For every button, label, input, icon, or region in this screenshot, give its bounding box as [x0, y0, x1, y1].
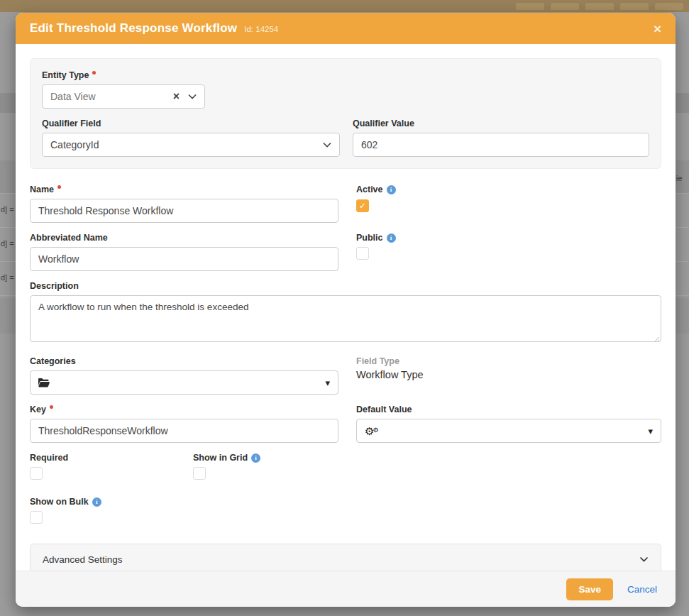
background-text-fragment: d] = [1, 205, 16, 214]
qualifier-field-value: CategoryId [50, 139, 323, 150]
qualifier-value-label: Qualifier Value [353, 119, 649, 128]
abbreviated-name-input[interactable] [30, 247, 338, 271]
chevron-down-icon [188, 94, 197, 99]
cancel-button[interactable]: Cancel [627, 584, 657, 595]
public-label: Public i [356, 233, 661, 243]
info-icon[interactable]: i [387, 185, 396, 194]
default-value-label: Default Value [356, 405, 661, 414]
chevron-down-icon [323, 142, 331, 148]
modal-id-label: Id: 14254 [244, 25, 278, 33]
background-toolbar-button [620, 3, 649, 10]
caret-down-icon: ▾ [325, 378, 330, 387]
modal-title: Edit Threshold Response Workflow [30, 21, 237, 35]
categories-select[interactable]: ▾ [30, 370, 338, 395]
background-toolbar-button [551, 3, 579, 10]
field-type-value: Workflow Type [356, 369, 661, 380]
required-indicator [57, 185, 61, 189]
description-label: Description [30, 281, 661, 291]
save-button[interactable]: Save [566, 578, 613, 600]
entity-type-value: Data View [50, 91, 173, 102]
info-icon[interactable]: i [387, 233, 396, 243]
background-toolbar-button [516, 3, 544, 10]
folder-icon [38, 378, 50, 387]
edit-threshold-workflow-modal: Edit Threshold Response Workflow Id: 142… [16, 13, 676, 607]
entity-type-select[interactable]: Data View × [42, 84, 205, 109]
background-toolbar-button [655, 3, 683, 10]
description-textarea[interactable]: A workflow to run when the threshold is … [30, 295, 661, 342]
modal-header: Edit Threshold Response Workflow Id: 142… [16, 13, 676, 44]
name-input[interactable] [30, 199, 338, 223]
gears-icon: ⚙⚙ [365, 426, 377, 436]
close-icon[interactable]: × [654, 22, 661, 35]
required-indicator [92, 71, 96, 75]
advanced-settings-label: Advanced Settings [43, 554, 123, 565]
public-checkbox[interactable]: ✓ [356, 247, 369, 260]
field-type-label: Field Type [356, 356, 661, 366]
qualifier-panel: Entity Type Data View × Qualifier Field [30, 58, 661, 169]
default-value-select[interactable]: ⚙⚙ ▾ [356, 419, 661, 443]
required-label: Required [30, 453, 193, 463]
background-toolbar-button [585, 3, 614, 10]
show-on-bulk-checkbox[interactable]: ✓ [30, 511, 43, 524]
show-on-bulk-label: Show on Bulk i [30, 497, 661, 507]
categories-label: Categories [30, 356, 338, 366]
advanced-settings-toggle[interactable]: Advanced Settings [30, 544, 661, 571]
name-label: Name [30, 185, 338, 194]
background-toolbar [0, 0, 689, 12]
info-icon[interactable]: i [92, 497, 101, 507]
entity-type-label: Entity Type [42, 70, 649, 80]
background-text-fragment: d] = [1, 239, 16, 248]
modal-body: Entity Type Data View × Qualifier Field [16, 44, 676, 571]
key-label: Key [30, 405, 338, 414]
qualifier-field-label: Qualifier Field [42, 119, 340, 128]
show-in-grid-label: Show in Grid i [193, 453, 356, 463]
key-input[interactable] [30, 419, 338, 443]
show-in-grid-checkbox[interactable]: ✓ [193, 467, 206, 480]
background-text-fragment: d] = [1, 273, 16, 282]
check-icon: ✓ [359, 201, 366, 211]
qualifier-value-input[interactable] [353, 133, 649, 157]
caret-down-icon: ▾ [648, 427, 653, 436]
clear-icon[interactable]: × [173, 90, 180, 103]
chevron-down-icon [639, 556, 649, 563]
active-label: Active i [356, 185, 661, 194]
abbreviated-name-label: Abbreviated Name [30, 233, 338, 243]
active-checkbox[interactable]: ✓ [356, 199, 369, 212]
qualifier-field-select[interactable]: CategoryId [42, 133, 340, 157]
modal-footer: Save Cancel [16, 571, 676, 607]
info-icon[interactable]: i [251, 453, 260, 463]
required-indicator [50, 405, 53, 409]
required-checkbox[interactable]: ✓ [30, 467, 43, 480]
